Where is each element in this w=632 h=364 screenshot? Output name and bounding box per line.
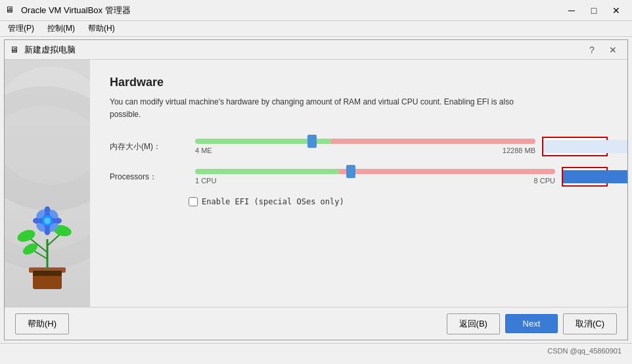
back-button[interactable]: 返回(B) bbox=[447, 313, 500, 334]
dialog-title: 新建虚拟电脑 bbox=[24, 44, 583, 56]
maximize-button[interactable]: □ bbox=[583, 3, 604, 18]
menu-help[interactable]: 帮助(H) bbox=[85, 22, 118, 35]
processors-slider-container: 1 CPU 8 CPU bbox=[195, 169, 555, 185]
dialog-controls: ? ✕ bbox=[583, 43, 622, 57]
processors-input[interactable] bbox=[563, 170, 627, 183]
status-bar: CSDN @qq_45860901 bbox=[0, 343, 632, 357]
hardware-description: You can modify virtual machine's hardwar… bbox=[110, 96, 530, 121]
menu-control[interactable]: 控制(M) bbox=[45, 22, 78, 35]
ram-row: 内存大小(M)： 4 ME 12288 MB MB ▲ ▼ bbox=[110, 137, 608, 156]
processors-thumb[interactable] bbox=[346, 165, 355, 178]
help-button[interactable]: 帮助(H) bbox=[15, 313, 69, 334]
processors-min-label: 1 CPU bbox=[195, 177, 216, 185]
ram-label: 内存大小(M)： bbox=[110, 141, 189, 152]
ram-thumb[interactable] bbox=[307, 135, 317, 148]
hardware-title: Hardware bbox=[110, 76, 608, 89]
right-panel: Hardware You can modify virtual machine'… bbox=[90, 60, 627, 307]
svg-rect-2 bbox=[33, 271, 62, 276]
cancel-button[interactable]: 取消(C) bbox=[563, 313, 617, 334]
menu-manage[interactable]: 管理(P) bbox=[5, 22, 37, 35]
efi-checkbox[interactable] bbox=[189, 197, 198, 206]
ram-track bbox=[195, 139, 535, 144]
status-text: CSDN @qq_45860901 bbox=[547, 347, 621, 355]
minimize-button[interactable]: ─ bbox=[561, 3, 582, 18]
dialog-help-button[interactable]: ? bbox=[583, 43, 601, 57]
left-panel bbox=[5, 60, 90, 307]
efi-row: Enable EFI (special OSes only) bbox=[189, 197, 608, 206]
processors-row: Processors： 1 CPU 8 CPU ▲ ▼ bbox=[110, 167, 608, 187]
svg-line-6 bbox=[34, 251, 47, 259]
processors-max-label: 8 CPU bbox=[534, 177, 555, 185]
window-controls: ─ □ ✕ bbox=[561, 3, 627, 18]
dialog-content: Hardware You can modify virtual machine'… bbox=[5, 60, 627, 307]
ram-min-label: 4 ME bbox=[195, 147, 212, 154]
ram-max-label: 12288 MB bbox=[503, 147, 535, 154]
processors-track bbox=[195, 169, 555, 174]
processors-spinbox: ▲ ▼ bbox=[562, 167, 608, 187]
next-button[interactable]: Next bbox=[505, 314, 558, 333]
bottom-right: 返回(B) Next 取消(C) bbox=[447, 313, 617, 334]
menu-bar: 管理(P) 控制(M) 帮助(H) bbox=[0, 21, 632, 37]
dialog-title-bar: 🖥 新建虚拟电脑 ? ✕ bbox=[5, 40, 627, 60]
ram-labels: 4 ME 12288 MB bbox=[195, 147, 535, 154]
title-bar: 🖥 Oracle VM VirtualBox 管理器 ─ □ ✕ bbox=[0, 0, 632, 21]
processors-labels: 1 CPU 8 CPU bbox=[195, 177, 555, 185]
processors-label: Processors： bbox=[110, 171, 189, 183]
app-icon: 🖥 bbox=[5, 5, 17, 16]
dialog-close-button[interactable]: ✕ bbox=[604, 43, 622, 57]
ram-input[interactable] bbox=[543, 140, 627, 153]
plant-svg bbox=[14, 206, 80, 292]
dialog: 🖥 新建虚拟电脑 ? ✕ bbox=[4, 39, 628, 340]
close-button[interactable]: ✕ bbox=[606, 3, 627, 18]
dialog-icon: 🖥 bbox=[10, 45, 20, 55]
svg-line-5 bbox=[47, 234, 60, 246]
bottom-left: 帮助(H) bbox=[15, 313, 69, 334]
app-title: Oracle VM VirtualBox 管理器 bbox=[21, 5, 561, 16]
bottom-bar: 帮助(H) 返回(B) Next 取消(C) bbox=[5, 307, 627, 340]
ram-spinbox: MB ▲ ▼ bbox=[542, 137, 608, 156]
plant-illustration bbox=[14, 206, 80, 294]
ram-slider-container: 4 ME 12288 MB bbox=[195, 139, 535, 154]
efi-label: Enable EFI (special OSes only) bbox=[202, 197, 344, 206]
svg-point-20 bbox=[44, 217, 51, 224]
